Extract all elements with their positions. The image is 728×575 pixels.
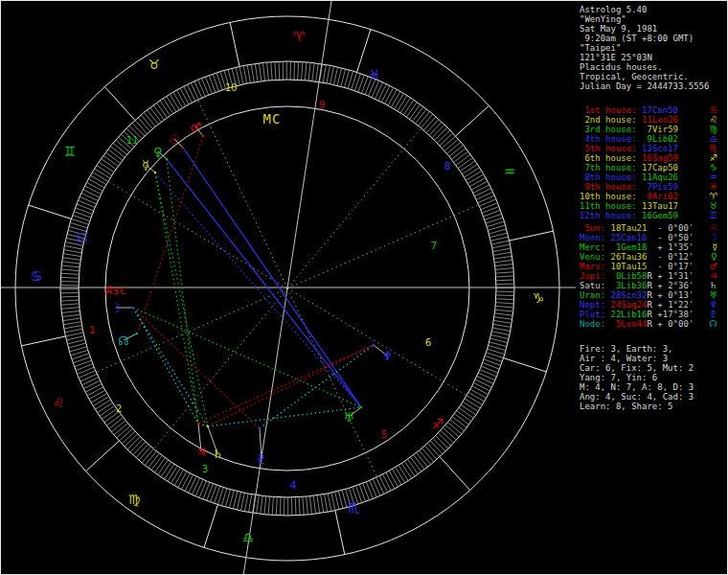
aspect-lines [133,136,374,428]
position-dot-mars [202,135,204,137]
degree-tick [495,272,513,273]
degree-tick [272,497,273,516]
degree-tick [494,313,512,315]
degree-tick [376,477,384,494]
degree-tick [493,248,512,251]
degree-tick [184,86,193,103]
degree-tick [189,476,196,493]
house-row: 4th house: 9Lib02♎ [580,134,725,144]
planet-glyph-mercury: ☿ [142,159,149,172]
sign-boundary [510,231,554,241]
degree-tick [271,62,272,80]
degree-tick [493,252,512,255]
degree-tick [66,336,84,340]
degree-tick [321,494,324,513]
degree-tick [229,491,234,508]
planet-row: Mars: 10Tau15 - 0°17'♂ [580,262,725,271]
degree-tick [117,426,130,439]
degree-tick [86,182,102,191]
degree-tick [240,493,244,511]
planet-velocity-value: + 1°35' [657,242,694,252]
degree-tick [410,104,421,119]
degree-tick [475,188,491,196]
degree-tick [60,296,79,297]
degree-tick [475,380,491,387]
degree-tick [85,186,102,195]
degree-tick [443,136,456,149]
degree-tick [62,318,80,321]
house-number-3: 3 [202,464,209,474]
degree-tick [333,67,337,85]
degree-tick [65,333,83,336]
degree-tick [125,434,138,447]
degree-tick [202,79,209,96]
house-cusp-line [197,100,287,288]
degree-tick [95,169,110,178]
degree-tick [425,446,438,459]
degree-tick [92,172,107,182]
degree-tick [408,459,419,474]
sign-glyph-cancer: ♋ [31,269,43,283]
stats-line: Car: 6, Fix: 5, Mut: 2 [580,363,694,373]
planet-velocity-value: + 2°36' [657,281,694,290]
degree-tick [489,342,507,347]
degree-tick [191,83,198,100]
aspect-line-moon-jupiter [133,308,198,424]
sign-glyph-aquarius: ♒ [504,165,516,178]
stats-line: Learn: 8, Share: 5 [580,402,673,411]
planet-name-label: Uran: [580,290,605,300]
house-num-label: 7th [580,163,601,172]
degree-tick [168,466,177,481]
degree-tick [324,494,327,513]
degree-tick [106,415,121,426]
degree-tick [114,424,128,435]
degree-tick [433,438,445,451]
planet-name-label: Jupi: [580,271,605,281]
degree-tick [476,192,492,199]
degree-tick [463,402,478,411]
planet-row: Uran: 28Sco32R + 0°13'♅ [580,290,725,300]
degree-tick [383,474,392,491]
planet-row: Moon: 25Can16 - 0°50'☽ [580,233,725,242]
degree-tick [454,414,468,425]
house-number-11: 11 [125,135,138,146]
degree-tick [317,495,320,514]
house-cusp-line [108,181,287,288]
house-num-label: 9th [580,182,601,192]
degree-tick [110,146,125,157]
planet-name-label: Satu: [580,281,605,290]
planet-row: Plut: 22Lib16R +17°38'♇ [580,310,725,319]
degree-tick [61,308,80,310]
degree-tick [444,139,458,151]
planet-name-label: Node: [580,319,605,329]
degree-tick [103,155,118,166]
sign-glyph-leo: ♌ [53,396,65,409]
degree-tick [312,63,314,81]
house-word: house: [605,182,642,192]
degree-tick [482,206,499,213]
degree-tick [280,497,281,516]
house-number-12: 12 [75,232,87,242]
stats-line: Air : 4, Water: 3 [580,354,668,363]
degree-tick [426,119,439,132]
degree-tick [481,366,498,373]
house-row: 7th house: 17Cap50♑ [580,163,725,172]
degree-tick [119,428,132,441]
sign-boundary [440,457,470,491]
degree-tick [398,466,408,481]
degree-tick [385,87,394,104]
planet-name-label: Moon: [580,233,605,242]
sign-glyph-virgo: ♍ [128,493,141,506]
house-word: house: [605,134,642,144]
degree-tick [341,69,346,86]
degree-tick [342,490,347,507]
position-dot-moon [132,307,134,309]
degree-tick [490,237,509,241]
degree-tick [148,453,160,468]
sign-boundary [230,22,239,66]
degree-tick [64,325,82,328]
degree-tick [76,364,93,371]
degree-tick [239,66,243,84]
degree-tick [469,177,486,186]
degree-tick [195,479,203,495]
